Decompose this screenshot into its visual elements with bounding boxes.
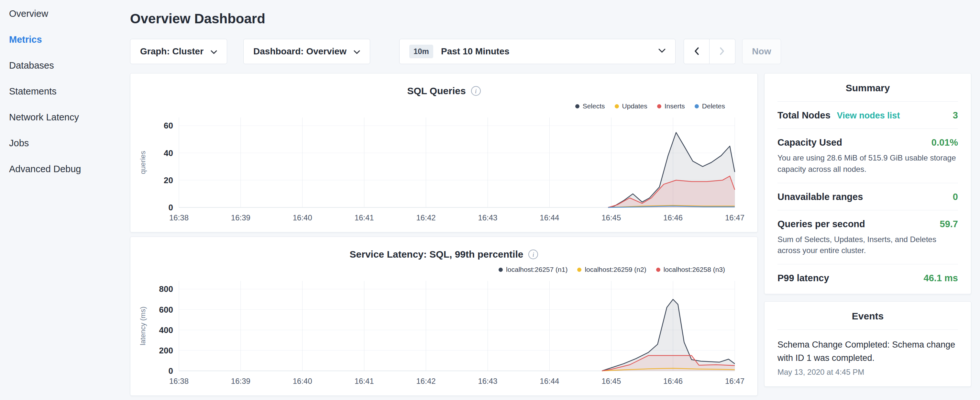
x-tick-label: 16:45 [601, 213, 621, 222]
previous-timerange-button[interactable] [684, 39, 710, 64]
event-timestamp: May 13, 2020 at 4:45 PM [778, 368, 958, 377]
app-root: OverviewMetricsDatabasesStatementsNetwor… [0, 0, 980, 400]
sidebar-item-jobs[interactable]: Jobs [0, 130, 129, 156]
legend-dot [499, 268, 503, 272]
sidebar-nav: OverviewMetricsDatabasesStatementsNetwor… [0, 0, 129, 400]
legend-label: localhost:26258 (n3) [663, 266, 725, 274]
summary-description: Sum of Selects, Updates, Inserts, and De… [778, 234, 958, 257]
legend-item[interactable]: Inserts [657, 102, 685, 110]
x-tick-label: 16:47 [725, 213, 745, 222]
charts-column: SQL Queries i SelectsUpdatesInsertsDelet… [130, 73, 758, 400]
x-tick-label: 16:41 [355, 213, 374, 222]
legend-label: localhost:26259 (n2) [585, 266, 646, 274]
legend-item[interactable]: Deletes [695, 102, 725, 110]
chart-legend: localhost:26257 (n1)localhost:26259 (n2)… [130, 263, 757, 276]
sidebar-item-databases[interactable]: Databases [0, 53, 129, 78]
timerange-dropdown[interactable]: 10m Past 10 Minutes [399, 39, 676, 64]
y-tick-label: 600 [159, 305, 173, 315]
summary-label: Capacity Used [778, 137, 842, 148]
summary-value: 46.1 ms [924, 273, 958, 284]
x-tick-label: 16:42 [417, 213, 436, 222]
summary-row-top: Total NodesView nodes list3 [778, 110, 958, 121]
chart-plot-area: 020406016:3816:3916:4016:4116:4216:4316:… [130, 113, 757, 226]
x-tick-label: 16:44 [540, 213, 559, 222]
summary-row: Capacity Used0.01%You are using 28.6 MiB… [778, 129, 958, 183]
summary-row-top: Queries per second59.7 [778, 219, 958, 229]
chart-svg: 020406016:3816:3916:4016:4116:4216:4316:… [130, 113, 758, 226]
chart-svg: 020040060080016:3816:3916:4016:4116:4216… [130, 276, 758, 389]
chart-title: SQL Queries [407, 85, 466, 96]
next-timerange-button[interactable] [710, 39, 735, 64]
summary-label: Queries per second [778, 219, 865, 229]
y-tick-label: 60 [164, 121, 173, 131]
dashboard-content: SQL Queries i SelectsUpdatesInsertsDelet… [130, 73, 972, 400]
legend-label: Updates [622, 102, 648, 110]
legend-item[interactable]: Updates [615, 102, 648, 110]
controls-bar: Graph: Cluster Dashboard: Overview 10m P… [130, 39, 972, 64]
events-title: Events [778, 302, 958, 330]
dashboard-dropdown[interactable]: Dashboard: Overview [243, 39, 370, 64]
legend-label: Inserts [665, 102, 685, 110]
legend-dot [695, 104, 699, 108]
legend-dot [577, 268, 581, 272]
summary-row: Queries per second59.7Sum of Selects, Up… [778, 210, 958, 265]
y-axis-label: queries [139, 151, 147, 174]
sidebar-item-metrics[interactable]: Metrics [0, 27, 129, 53]
summary-row: Total NodesView nodes list3 [778, 102, 958, 129]
summary-description: You are using 28.6 MiB of 515.9 GiB usab… [778, 153, 958, 175]
summary-label: Unavailable ranges [778, 191, 863, 202]
x-tick-label: 16:46 [663, 213, 682, 222]
page-title: Overview Dashboard [130, 11, 972, 27]
summary-value: 59.7 [940, 219, 958, 229]
summary-value: 0 [953, 191, 958, 202]
chart-plot-area: 020040060080016:3816:3916:4016:4116:4216… [130, 276, 757, 389]
legend-item[interactable]: Selects [575, 102, 605, 110]
info-icon[interactable]: i [471, 86, 481, 96]
y-tick-label: 40 [164, 148, 173, 158]
y-tick-label: 200 [159, 346, 173, 355]
x-tick-label: 16:46 [663, 377, 682, 386]
chart-header: SQL Queries i [130, 83, 757, 99]
now-button[interactable]: Now [742, 39, 781, 64]
timerange-label: Past 10 Minutes [441, 46, 509, 57]
summary-label: P99 latency [778, 273, 829, 284]
summary-rows: Total NodesView nodes list3Capacity Used… [778, 102, 958, 291]
x-tick-label: 16:38 [169, 377, 189, 386]
graph-dropdown[interactable]: Graph: Cluster [130, 39, 227, 64]
summary-row-top: Unavailable ranges0 [778, 191, 958, 202]
summary-row: Unavailable ranges0 [778, 183, 958, 210]
x-tick-label: 16:38 [169, 213, 189, 222]
legend-item[interactable]: localhost:26258 (n3) [656, 266, 725, 274]
chart-title: Service Latency: SQL, 99th percentile [350, 249, 523, 260]
summary-row: P99 latency46.1 ms [778, 265, 958, 291]
dashboard-dropdown-label: Dashboard: Overview [253, 46, 347, 57]
legend-label: Selects [583, 102, 605, 110]
info-icon[interactable]: i [528, 250, 538, 259]
events-panel: Events Schema Change Completed: Schema c… [764, 301, 971, 387]
legend-dot [615, 104, 619, 108]
sidebar-item-advanced-debug[interactable]: Advanced Debug [0, 156, 129, 182]
x-tick-label: 16:40 [293, 377, 312, 386]
x-tick-label: 16:42 [417, 377, 436, 386]
legend-item[interactable]: localhost:26259 (n2) [577, 266, 646, 274]
summary-label: Total Nodes [778, 110, 830, 121]
graph-dropdown-label: Graph: Cluster [140, 46, 204, 57]
y-tick-label: 0 [169, 366, 173, 376]
legend-dot [575, 104, 579, 108]
timerange-pager [684, 39, 735, 64]
x-tick-label: 16:40 [293, 213, 312, 222]
events-list: Schema Change Completed: Schema change w… [778, 330, 958, 377]
chart-header: Service Latency: SQL, 99th percentile i [130, 246, 757, 263]
chevron-right-icon [719, 47, 725, 56]
service-latency-chart-card: Service Latency: SQL, 99th percentile i … [130, 237, 758, 396]
sidebar-item-statements[interactable]: Statements [0, 78, 129, 104]
sidebar-item-network-latency[interactable]: Network Latency [0, 104, 129, 130]
y-tick-label: 20 [164, 175, 173, 185]
view-nodes-list-link[interactable]: View nodes list [837, 111, 900, 121]
summary-title: Summary [778, 73, 958, 102]
legend-item[interactable]: localhost:26257 (n1) [499, 266, 568, 274]
sidebar-item-overview[interactable]: Overview [0, 1, 129, 27]
timerange-badge: 10m [409, 45, 433, 58]
x-tick-label: 16:41 [355, 377, 374, 386]
x-tick-label: 16:39 [231, 377, 250, 386]
